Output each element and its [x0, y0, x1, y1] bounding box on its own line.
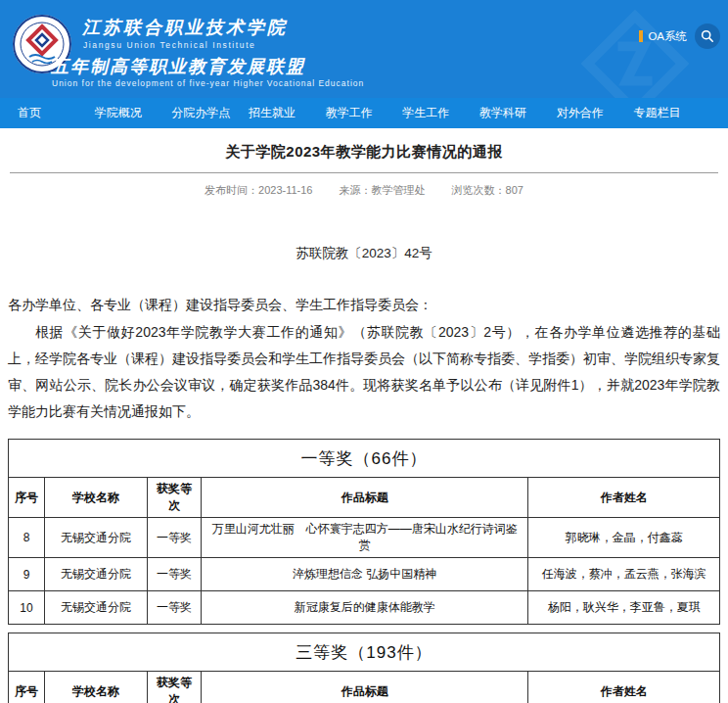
award-table-third-prize: 三等奖（193件）序号学校名称获奖等次作品标题作者姓名15无锡交通分院三等奖倡导… [8, 633, 720, 703]
nav-item-8[interactable]: 对外合作 [557, 105, 634, 121]
nav-item-9[interactable]: 专题栏目 [633, 105, 710, 121]
document-number: 苏联院教〔2023〕42号 [8, 245, 720, 262]
nav-item-4[interactable]: 招生就业 [249, 105, 326, 121]
column-header: 作品标题 [202, 478, 528, 518]
table-cell: 任海波，蔡冲，孟云燕，张海滨 [528, 558, 720, 591]
table-cell: 郭晓琳，金晶，付鑫蕊 [528, 518, 720, 558]
table-cell: 杨阳，耿兴华，李亚鲁，夏琪 [528, 591, 720, 625]
institute-name-en: Jiangsu Union Technical Institute [83, 40, 255, 50]
oa-system-label: OA系统 [648, 29, 687, 44]
table-cell: 8 [9, 518, 45, 558]
article-page: 关于学院2023年教学能力比赛情况的通报 发布时间：2023-11-16 来源：… [8, 143, 720, 703]
site-header: 江苏联合职业技术学院 Jiangsu Union Technical Insti… [0, 0, 728, 98]
title-divider [10, 172, 718, 173]
table-cell: 一等奖 [147, 518, 201, 558]
source: 来源：教学管理处 [340, 184, 426, 196]
table-section-title: 一等奖（66件） [9, 440, 720, 478]
nav-item-1[interactable]: 首页 [18, 105, 95, 121]
main-nav: 首页学院概况分院办学点招生就业教学工作学生工作教学科研对外合作专题栏目 [0, 98, 728, 128]
publish-time: 发布时间：2023-11-16 [205, 184, 312, 196]
table-cell: 10 [9, 591, 45, 625]
column-header: 作品标题 [202, 672, 528, 703]
union-name-en: Union for the development of five-year H… [52, 78, 364, 88]
institute-name-cn: 江苏联合职业技术学院 [82, 16, 288, 39]
body-paragraph: 根据《关于做好2023年学院教学大赛工作的通知》（苏联院教〔2023〕2号），在… [8, 319, 720, 425]
nav-item-2[interactable]: 学院概况 [95, 105, 172, 121]
page-title: 关于学院2023年教学能力比赛情况的通报 [8, 143, 720, 162]
table-cell: 一等奖 [147, 558, 201, 591]
table-cell: 无锡交通分院 [45, 591, 148, 625]
table-cell: 无锡交通分院 [45, 518, 148, 558]
nav-item-6[interactable]: 学生工作 [402, 105, 479, 121]
award-table-first-prize: 一等奖（66件）序号学校名称获奖等次作品标题作者姓名8无锡交通分院一等奖万里山河… [8, 439, 720, 625]
table-row: 10无锡交通分院一等奖新冠康复后的健康体能教学杨阳，耿兴华，李亚鲁，夏琪 [9, 591, 720, 625]
table-cell: 一等奖 [147, 591, 201, 625]
column-header: 作者姓名 [528, 672, 720, 703]
table-cell: 9 [9, 558, 45, 591]
header-controls: OA系统 [639, 23, 720, 49]
column-header: 序号 [9, 478, 45, 518]
table-cell: 淬炼理想信念 弘扬中国精神 [202, 558, 528, 591]
table-cell: 无锡交通分院 [45, 558, 148, 591]
column-header: 学校名称 [45, 478, 148, 518]
table-row: 8无锡交通分院一等奖万里山河尤壮丽 心怀寰宇志四方——唐宋山水纪行诗词鉴赏郭晓琳… [9, 518, 720, 558]
view-count: 浏览次数：807 [452, 184, 523, 196]
table-section-title: 三等奖（193件） [9, 633, 720, 672]
column-header: 作者姓名 [528, 478, 720, 518]
table-cell: 新冠康复后的健康体能教学 [202, 591, 528, 625]
column-header: 获奖等次 [147, 478, 201, 518]
article-meta: 发布时间：2023-11-16 来源：教学管理处 浏览次数：807 [8, 183, 720, 198]
oa-system-link[interactable]: OA系统 [639, 29, 687, 44]
salutation: 各办学单位、各专业（课程）建设指导委员会、学生工作指导委员会： [8, 292, 720, 317]
search-icon [701, 29, 714, 43]
column-header: 序号 [9, 672, 45, 703]
nav-item-5[interactable]: 教学工作 [326, 105, 403, 121]
oa-accent-bar [639, 30, 643, 42]
nav-item-7[interactable]: 教学科研 [479, 105, 557, 121]
nav-item-3[interactable]: 分院办学点 [171, 105, 249, 121]
union-name-cn: 五年制高等职业教育发展联盟 [51, 55, 305, 78]
column-header: 获奖等次 [147, 672, 201, 703]
column-header: 学校名称 [45, 672, 148, 703]
table-row: 9无锡交通分院一等奖淬炼理想信念 弘扬中国精神任海波，蔡冲，孟云燕，张海滨 [9, 558, 720, 591]
table-cell: 万里山河尤壮丽 心怀寰宇志四方——唐宋山水纪行诗词鉴赏 [202, 518, 528, 558]
search-button[interactable] [695, 23, 720, 49]
